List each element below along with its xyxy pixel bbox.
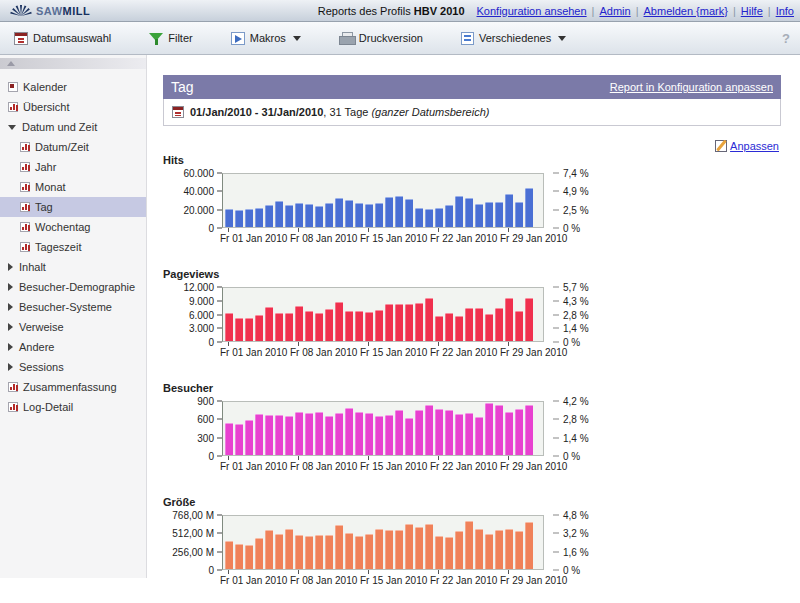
bar [325, 535, 333, 569]
bar [515, 531, 523, 569]
x-tick-label: Fr 29 Jan 2010 [500, 233, 567, 244]
x-axis: Fr 01 Jan 2010Fr 08 Jan 2010Fr 15 Jan 20… [222, 228, 544, 245]
bar [435, 316, 443, 341]
chart-title-hits: Hits [163, 154, 781, 166]
toolbar-item-label: Filter [168, 32, 192, 44]
sidebar-item-andere[interactable]: Andere [0, 337, 146, 357]
y-axis-labels: 768,00 M512,00 M256,00 M0 [163, 515, 222, 570]
y-tick-label: 900 [197, 396, 222, 407]
x-tick-label: Fr 08 Jan 2010 [290, 461, 357, 472]
bar [315, 313, 323, 341]
sidebar-item-besucher-demographie[interactable]: Besucher-Demographie [0, 277, 146, 297]
x-tick-mark [298, 570, 299, 574]
toolbar-item-druckversion[interactable]: Druckversion [339, 32, 423, 44]
sidebar-item-datum-und-zeit[interactable]: Datum und Zeit [0, 117, 146, 137]
bar [355, 412, 363, 455]
sidebar-item-kalender[interactable]: Kalender [0, 77, 146, 97]
chart-mini-icon [8, 382, 18, 392]
top-header-bar: SAWMILL Reports des Profils HBV 2010 Kon… [0, 0, 800, 22]
bar [275, 415, 283, 455]
bar [455, 316, 463, 341]
header-link-info[interactable]: Info [776, 5, 794, 17]
percent-tick-label: 0 % [553, 223, 580, 234]
bar [485, 314, 493, 341]
y-tick-label: 12.000 [183, 282, 222, 293]
anpassen-link[interactable]: Anpassen [730, 140, 779, 152]
bar [515, 311, 523, 341]
chart-title-besucher: Besucher [163, 382, 781, 394]
bar [265, 205, 273, 227]
bar [305, 311, 313, 341]
bar [275, 534, 283, 569]
x-tick-mark [228, 228, 229, 232]
percent-tick-label: 2,5 % [553, 204, 589, 215]
sidebar-item-datum-zeit[interactable]: Datum/Zeit [0, 137, 146, 157]
toolbar-item-verschiedenes[interactable]: Verschiedenes [461, 32, 566, 45]
bar [485, 403, 493, 455]
x-axis: Fr 01 Jan 2010Fr 08 Jan 2010Fr 15 Jan 20… [222, 456, 544, 473]
percent-tick-label: 0 % [553, 565, 580, 576]
sidebar-item-zusammenfassung[interactable]: Zusammenfassung [0, 377, 146, 397]
date-range-note: (ganzer Datumsbereich) [371, 106, 489, 118]
bar [385, 530, 393, 569]
bar [345, 311, 353, 341]
bar [335, 525, 343, 569]
bar [485, 202, 493, 227]
chart-gr-e: Größe768,00 M512,00 M256,00 M04,8 %3,2 %… [163, 496, 781, 587]
x-tick-label: Fr 08 Jan 2010 [290, 575, 357, 586]
y-tick-label: 3.000 [189, 323, 222, 334]
bar [345, 200, 353, 227]
sidebar-item-log-detail[interactable]: Log-Detail [0, 397, 146, 417]
header-link-konfiguration-ansehen[interactable]: Konfiguration ansehen [477, 5, 587, 17]
chart-title-pageviews: Pageviews [163, 268, 781, 280]
sidebar-item-label: Inhalt [19, 261, 46, 273]
percent-tick-label: 4,3 % [553, 295, 589, 306]
toolbar-item-makros[interactable]: Makros [231, 32, 301, 45]
sidebar-item-verweise[interactable]: Verweise [0, 317, 146, 337]
sidebar-item-label: Datum und Zeit [22, 121, 97, 133]
x-tick-label: Fr 08 Jan 2010 [290, 347, 357, 358]
sidebar-item-tageszeit[interactable]: Tageszeit [0, 237, 146, 257]
plot-area [222, 515, 544, 570]
sidebar-item-besucher-systeme[interactable]: Besucher-Systeme [0, 297, 146, 317]
bar [435, 536, 443, 569]
profile-name: HBV 2010 [414, 5, 465, 17]
bar [255, 414, 263, 455]
chevron-down-icon [558, 36, 566, 41]
help-icon[interactable]: ? [782, 31, 790, 46]
toolbar-item-label: Datumsauswahl [33, 32, 111, 44]
toolbar-item-datumsauswahl[interactable]: Datumsauswahl [14, 32, 111, 45]
y-tick-label: 0 [208, 451, 222, 462]
bar [325, 309, 333, 341]
sidebar-item-monat[interactable]: Monat [0, 177, 146, 197]
sidebar-item--bersicht[interactable]: Übersicht [0, 97, 146, 117]
sidebar-scroll-up[interactable] [0, 58, 146, 69]
sidebar-item-tag[interactable]: Tag [0, 197, 146, 217]
bar [465, 198, 473, 227]
toolbar-item-filter[interactable]: Filter [149, 32, 192, 45]
config-report-link[interactable]: Report in Konfiguration anpassen [610, 81, 773, 93]
percent-axis-labels: 4,8 %3,2 %1,6 %0 % [553, 515, 613, 570]
bar [305, 413, 313, 455]
link-separator: | [592, 5, 595, 17]
header-link-admin[interactable]: Admin [599, 5, 630, 17]
bar [365, 413, 373, 455]
bar [495, 530, 503, 569]
bar [415, 208, 423, 227]
sidebar-item-sessions[interactable]: Sessions [0, 357, 146, 377]
bar [245, 545, 253, 569]
sidebar-item-wochentag[interactable]: Wochentag [0, 217, 146, 237]
header-link-abmelden-mark-[interactable]: Abmelden {mark} [644, 5, 728, 17]
header-link-hilfe[interactable]: Hilfe [741, 5, 763, 17]
sidebar-item-inhalt[interactable]: Inhalt [0, 257, 146, 277]
bar [465, 413, 473, 455]
bar [475, 204, 483, 227]
bar [245, 209, 253, 227]
scroll-up-icon [7, 61, 15, 66]
sidebar-item-jahr[interactable]: Jahr [0, 157, 146, 177]
report-content: Tag Report in Konfiguration anpassen 01/… [163, 55, 781, 603]
bar [525, 298, 533, 341]
y-tick-label: 600 [197, 414, 222, 425]
bar [255, 315, 263, 341]
bar [355, 311, 363, 341]
